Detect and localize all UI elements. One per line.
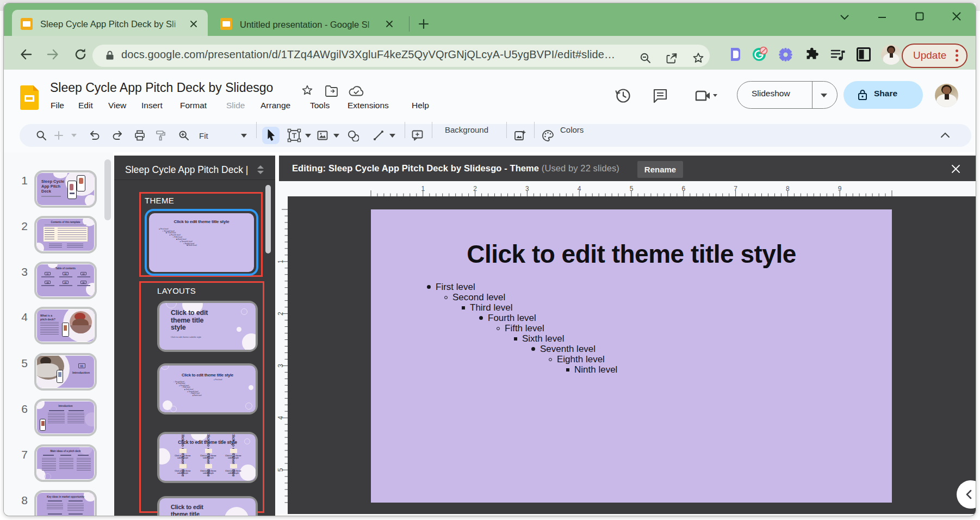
svg-text:1: 1: [421, 185, 425, 193]
svg-text:5: 5: [630, 185, 634, 193]
svg-text:9: 9: [838, 185, 842, 193]
svg-text:2: 2: [277, 312, 284, 315]
svg-text:5: 5: [277, 468, 284, 472]
svg-text:7: 7: [734, 185, 737, 193]
svg-text:3: 3: [525, 185, 529, 193]
svg-text:2: 2: [473, 185, 477, 193]
svg-text:1: 1: [277, 259, 284, 263]
svg-text:6: 6: [681, 185, 685, 193]
svg-text:3: 3: [277, 364, 284, 368]
svg-text:4: 4: [277, 416, 284, 420]
svg-text:4: 4: [578, 185, 581, 193]
svg-text:8: 8: [786, 185, 790, 193]
